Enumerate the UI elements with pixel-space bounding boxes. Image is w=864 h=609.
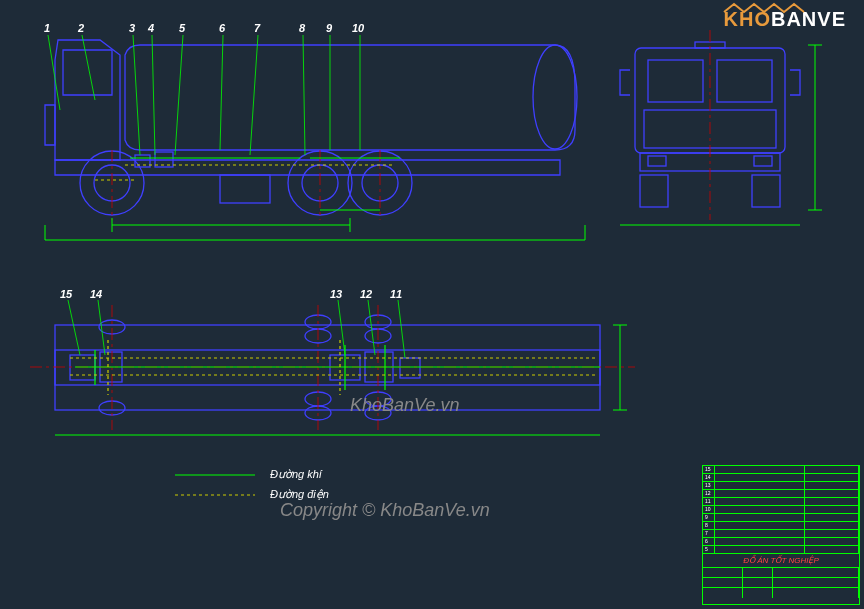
- callout-4: 4: [148, 22, 154, 34]
- callout-6: 6: [219, 22, 225, 34]
- callout-1: 1: [44, 22, 50, 34]
- roof-icon: [722, 2, 812, 28]
- svg-rect-38: [640, 175, 668, 207]
- svg-rect-36: [648, 156, 666, 166]
- svg-line-15: [82, 35, 95, 100]
- callout-11: 11: [390, 288, 402, 300]
- side-view: [45, 40, 577, 215]
- svg-rect-37: [754, 156, 772, 166]
- tb-parts-list: 15 14 13 12 11 10 9 8 7 6 5: [703, 466, 859, 554]
- callout-2: 2: [78, 22, 84, 34]
- svg-line-71: [398, 300, 405, 358]
- watermark-center: KhoBanVe.vn: [350, 395, 459, 416]
- callout-15: 15: [60, 288, 72, 300]
- svg-line-16: [133, 35, 140, 155]
- tb-title: ĐỒ ÁN TỐT NGHIỆP: [703, 554, 859, 568]
- legend-air-label: Đường khí: [270, 468, 322, 481]
- titleblock: 15 14 13 12 11 10 9 8 7 6 5 ĐỒ ÁN TỐT NG…: [702, 465, 860, 605]
- callout-12: 12: [360, 288, 372, 300]
- callout-9: 9: [326, 22, 332, 34]
- callout-14: 14: [90, 288, 102, 300]
- svg-point-0: [533, 45, 577, 149]
- svg-line-20: [250, 35, 258, 155]
- svg-rect-32: [648, 60, 703, 102]
- svg-rect-7: [220, 175, 270, 203]
- svg-line-14: [48, 35, 60, 110]
- svg-rect-39: [752, 175, 780, 207]
- watermark-copyright: Copyright © KhoBanVe.vn: [280, 500, 490, 521]
- svg-line-18: [175, 35, 183, 155]
- legend: [175, 475, 255, 495]
- svg-rect-33: [717, 60, 772, 102]
- callout-3: 3: [129, 22, 135, 34]
- logo-watermark: KHOBANVE: [724, 8, 846, 31]
- svg-line-17: [152, 35, 155, 155]
- callout-10: 10: [352, 22, 364, 34]
- callout-7: 7: [254, 22, 260, 34]
- callout-13: 13: [330, 288, 342, 300]
- callout-8: 8: [299, 22, 305, 34]
- callout-5: 5: [179, 22, 185, 34]
- cad-canvas: 1 2 3 4 5 6 7 8 9 10 15 14 13 12 11 Đườn…: [0, 0, 864, 609]
- svg-line-21: [303, 35, 305, 155]
- svg-line-69: [338, 300, 345, 355]
- svg-line-19: [220, 35, 223, 150]
- svg-line-67: [68, 300, 80, 355]
- tb-footer: [703, 568, 859, 598]
